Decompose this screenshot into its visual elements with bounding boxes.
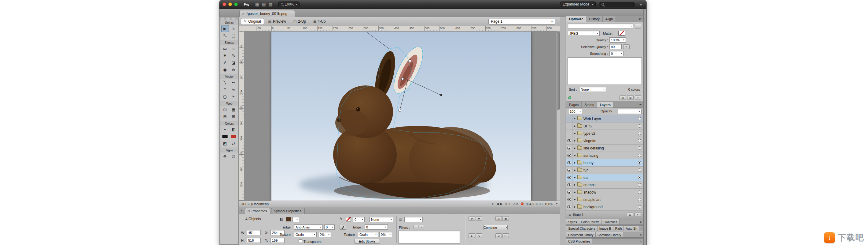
eyedropper-tool[interactable]: ⌖	[221, 126, 229, 133]
stroke-color-swatch[interactable]	[346, 217, 351, 221]
panel-tab-auto-sh[interactable]: Auto Sh	[624, 226, 639, 231]
layer-row-vingette[interactable]: ▶vingette	[566, 137, 643, 144]
expand-triangle-icon[interactable]: ▶	[572, 198, 577, 201]
fill-color-swatch[interactable]	[286, 217, 291, 221]
align-button[interactable]: ⊿	[495, 234, 502, 238]
canvas-viewport[interactable]	[244, 31, 560, 200]
transport-button-2[interactable]: ▶	[500, 202, 503, 206]
layer-row-fur[interactable]: ▶fur	[566, 167, 643, 174]
layer-row-crumbs[interactable]: ▶crumbs	[566, 181, 643, 189]
visibility-toggle-empty[interactable]	[566, 115, 572, 122]
expand-triangle-icon[interactable]: ▶	[572, 147, 577, 149]
blend-mode-dropdown[interactable]: ----▾	[618, 109, 642, 114]
rectangle-tool[interactable]: ▢	[221, 93, 229, 100]
tab-properties[interactable]: ⊙ Properties	[245, 208, 271, 214]
rubber-stamp-tool[interactable]: ⊛	[230, 66, 238, 73]
layer-selection-circle[interactable]	[638, 183, 641, 187]
sort-dropdown[interactable]: None▾	[579, 87, 606, 92]
bezier-handle-point[interactable]	[401, 78, 404, 80]
expand-triangle-icon[interactable]: ▶	[572, 161, 577, 164]
blur-tool[interactable]: ◉	[221, 66, 229, 73]
remove-filter-button[interactable]: −	[419, 225, 424, 229]
layer-selection-circle[interactable]	[638, 139, 641, 142]
align-button[interactable]: ◮	[475, 234, 482, 238]
stroke-color-well[interactable]	[221, 133, 229, 140]
expand-triangle-icon[interactable]: ▶	[572, 184, 577, 186]
matte-color-swatch[interactable]	[618, 31, 625, 35]
align-button[interactable]: ◭	[468, 234, 475, 238]
dock-edge[interactable]: ⁞ ⁞ ⁞	[643, 9, 646, 245]
view-mode-preview[interactable]: ▤Preview	[265, 18, 289, 25]
width-field[interactable]: 451	[247, 230, 261, 235]
fill-options-dropdown[interactable]: ▾	[292, 217, 299, 222]
visibility-toggle[interactable]	[566, 181, 572, 188]
paint-bucket-tool[interactable]: ◧	[230, 126, 238, 133]
layer-selection-circle[interactable]	[638, 176, 641, 179]
layer-row-bunny[interactable]: ▶bunny	[566, 159, 643, 167]
stroke-texture-amount[interactable]: 0%▾	[379, 232, 392, 237]
expand-triangle-icon[interactable]: ▶	[572, 139, 577, 142]
bezier-handle-end[interactable]	[440, 94, 442, 96]
pencil-tool[interactable]: ✐	[221, 59, 229, 66]
panel-tab-swatches[interactable]: Swatches	[601, 219, 620, 224]
page-icon[interactable]: ▤	[262, 2, 266, 7]
transport-button-1[interactable]: ◀	[496, 202, 499, 206]
panel-tab-path[interactable]: Path	[613, 226, 624, 231]
visibility-toggle-empty[interactable]	[566, 123, 572, 130]
combine-button[interactable]: Combine▾	[483, 225, 508, 230]
layer-row-type-v2[interactable]: ▶type v2	[566, 130, 643, 137]
layer-row-ear[interactable]: ▶ear	[566, 174, 643, 181]
panel-tab-common-library[interactable]: Common Library	[596, 232, 623, 237]
visibility-toggle[interactable]	[566, 196, 572, 203]
add-preset-button[interactable]: +	[635, 24, 641, 28]
fill-texture-dropdown[interactable]: Grain▾	[294, 232, 317, 237]
hand-tool[interactable]: ✥	[221, 153, 229, 160]
visibility-toggle[interactable]	[566, 152, 572, 159]
tab-layers[interactable]: Layers	[597, 102, 613, 108]
stroke-edge-slider[interactable]: 0▾	[365, 224, 388, 230]
workspace-mode-select[interactable]: Expanded Mode ▾	[560, 2, 596, 7]
layer-selection-circle[interactable]	[638, 132, 641, 135]
add-color-button[interactable]: ⊞	[627, 95, 633, 100]
stroke-category-dropdown[interactable]: None▾	[370, 217, 393, 222]
expand-triangle-icon[interactable]: ▶	[572, 169, 577, 171]
selective-quality-field[interactable]: 90	[610, 44, 622, 49]
edit-stroke-button[interactable]: Edit Stroke	[354, 239, 380, 244]
visibility-toggle[interactable]	[566, 203, 572, 210]
height-field[interactable]: 516	[247, 238, 261, 243]
close-window-button[interactable]	[222, 2, 226, 6]
nav-button-0[interactable]: ◁	[513, 202, 515, 206]
zoom-tool[interactable]: ◎	[230, 153, 238, 160]
new-state-button[interactable]: ⊞	[627, 212, 633, 217]
delete-color-button[interactable]: ✕	[635, 95, 641, 100]
minimize-window-button[interactable]	[228, 2, 232, 6]
add-filter-button[interactable]: +	[413, 225, 418, 229]
fill-texture-amount[interactable]: 0%▾	[318, 232, 331, 237]
layer-selection-circle[interactable]	[638, 205, 641, 209]
quality-field[interactable]: 100%▾	[610, 37, 626, 43]
horizontal-ruler[interactable]: -500501001502002503003504004505005506006…	[244, 26, 560, 31]
scrollbar-thumb[interactable]	[557, 32, 560, 110]
transparent-checkbox[interactable]	[299, 240, 302, 243]
smoothing-field[interactable]: 0▾	[610, 51, 623, 56]
lasso-tool[interactable]: ○	[230, 45, 238, 52]
visibility-toggle[interactable]	[566, 144, 572, 152]
expand-triangle-icon[interactable]: ▶	[572, 132, 577, 135]
layer-row-shadow[interactable]: ▶shadow	[566, 189, 643, 196]
visibility-toggle[interactable]	[566, 174, 572, 181]
knife-tool[interactable]: ✂	[230, 93, 238, 100]
stroke-size-field[interactable]: 0▾	[353, 217, 365, 222]
layer-row-smaple-art[interactable]: ▶smaple art	[566, 196, 643, 203]
panel-menu-icon[interactable]: ≡▾	[637, 102, 643, 108]
align-button[interactable]: ◺	[502, 234, 509, 238]
vertical-ruler[interactable]: 050100150200250300350400450500	[239, 31, 244, 200]
pointer-tool[interactable]: ▶	[221, 25, 229, 32]
visibility-toggle-empty[interactable]	[566, 130, 572, 137]
view-mode-4-up[interactable]: ⊞4-Up	[310, 18, 329, 25]
transport-button-0[interactable]: ⇤	[492, 202, 495, 206]
selected-anchor-point[interactable]	[409, 60, 411, 62]
fill-edge-dropdown[interactable]: Anti-Alias▾	[294, 224, 323, 230]
tab-history[interactable]: History	[586, 16, 602, 22]
layer-selection-circle[interactable]	[638, 190, 641, 194]
panel-menu-icon[interactable]: ≡	[639, 219, 643, 224]
